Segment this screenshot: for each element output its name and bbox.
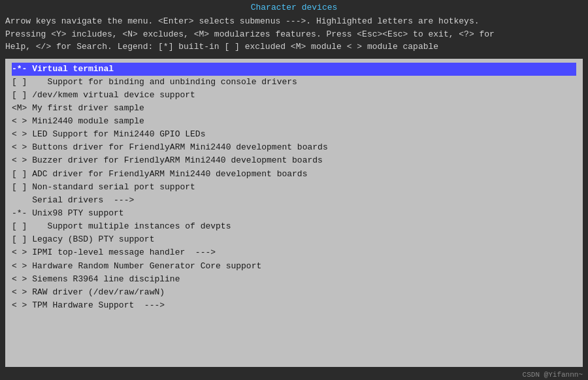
instruction-area: Arrow keys navigate the menu. <Enter> se…: [0, 14, 588, 56]
menu-item[interactable]: [ ] ADC driver for FriendlyARM Mini2440 …: [12, 168, 576, 181]
app-container: Character devices Arrow keys navigate th…: [0, 0, 588, 380]
menu-item[interactable]: <M> My first driver sample: [12, 102, 576, 115]
menu-item[interactable]: Serial drivers --->: [12, 194, 576, 207]
menu-item[interactable]: [ ] Support multiple instances of devpts: [12, 220, 576, 233]
menu-area[interactable]: -*- Virtual terminal[ ] Support for bind…: [5, 59, 583, 368]
instruction-line-1: Arrow keys navigate the menu. <Enter> se…: [5, 15, 583, 28]
menu-item[interactable]: [ ] Legacy (BSD) PTY support: [12, 233, 576, 246]
footer: CSDN @Yifannn~: [0, 370, 588, 380]
menu-item[interactable]: < > Hardware Random Number Generator Cor…: [12, 260, 576, 273]
menu-item[interactable]: < > Buzzer driver for FriendlyARM Mini24…: [12, 154, 576, 167]
menu-item[interactable]: [ ] Support for binding and unbinding co…: [12, 76, 576, 89]
menu-item[interactable]: < > Buttons driver for FriendlyARM Mini2…: [12, 141, 576, 154]
menu-item[interactable]: < > TPM Hardware Support --->: [12, 299, 576, 312]
title-bar: Character devices: [0, 0, 588, 14]
menu-item[interactable]: -*- Virtual terminal: [12, 63, 576, 76]
title-text: Character devices: [251, 3, 338, 12]
instruction-line-2: Pressing <Y> includes, <N> excludes, <M>…: [5, 28, 583, 41]
menu-item[interactable]: [ ] Non-standard serial port support: [12, 181, 576, 194]
footer-text: CSDN @Yifannn~: [523, 371, 583, 379]
menu-item[interactable]: < > LED Support for Mini2440 GPIO LEDs: [12, 128, 576, 141]
menu-item[interactable]: < > IPMI top-level message handler --->: [12, 246, 576, 259]
menu-item[interactable]: < > Siemens R3964 line discipline: [12, 273, 576, 286]
instruction-line-3: Help, </> for Search. Legend: [*] built-…: [5, 40, 583, 54]
menu-item[interactable]: [ ] /dev/kmem virtual device support: [12, 89, 576, 102]
menu-item[interactable]: < > RAW driver (/dev/raw/rawN): [12, 286, 576, 299]
menu-item[interactable]: < > Mini2440 module sample: [12, 115, 576, 128]
menu-item[interactable]: -*- Unix98 PTY support: [12, 207, 576, 220]
